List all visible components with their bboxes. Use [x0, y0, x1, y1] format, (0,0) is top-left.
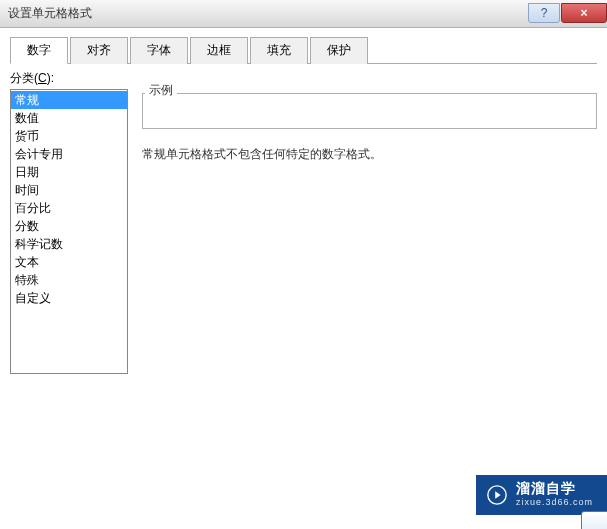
format-description: 常规单元格格式不包含任何特定的数字格式。 [142, 145, 597, 163]
tab-font[interactable]: 字体 [130, 37, 188, 64]
list-item[interactable]: 常规 [11, 91, 127, 109]
play-icon [486, 484, 508, 506]
list-item[interactable]: 文本 [11, 253, 127, 271]
list-item[interactable]: 自定义 [11, 289, 127, 307]
window-controls: ? × [527, 3, 607, 25]
tab-alignment[interactable]: 对齐 [70, 37, 128, 64]
tab-number[interactable]: 数字 [10, 37, 68, 64]
tab-border[interactable]: 边框 [190, 37, 248, 64]
watermark: 溜溜自学 zixue.3d66.com [476, 475, 607, 515]
list-item[interactable]: 会计专用 [11, 145, 127, 163]
help-button[interactable]: ? [528, 3, 560, 23]
list-item[interactable]: 分数 [11, 217, 127, 235]
watermark-text: 溜溜自学 zixue.3d66.com [516, 481, 593, 509]
dialog-content: 数字 对齐 字体 边框 填充 保护 分类(C): 常规 数值 货币 会计专用 日… [0, 28, 607, 382]
list-item[interactable]: 货币 [11, 127, 127, 145]
tab-bar: 数字 对齐 字体 边框 填充 保护 [10, 36, 597, 64]
watermark-main: 溜溜自学 [516, 481, 593, 495]
tab-protection[interactable]: 保护 [310, 37, 368, 64]
list-item[interactable]: 时间 [11, 181, 127, 199]
titlebar: 设置单元格格式 ? × [0, 0, 607, 28]
main-area: 常规 数值 货币 会计专用 日期 时间 百分比 分数 科学记数 文本 特殊 自定… [10, 89, 597, 374]
sample-label: 示例 [145, 82, 177, 99]
ok-button[interactable] [581, 511, 607, 529]
category-label-prefix: 分类( [10, 71, 38, 85]
tab-fill[interactable]: 填充 [250, 37, 308, 64]
list-item[interactable]: 日期 [11, 163, 127, 181]
right-panel: 示例 常规单元格格式不包含任何特定的数字格式。 [142, 89, 597, 374]
watermark-sub: zixue.3d66.com [516, 495, 593, 509]
list-item[interactable]: 数值 [11, 109, 127, 127]
category-label-key: C [38, 71, 47, 85]
close-button[interactable]: × [561, 3, 607, 23]
list-item[interactable]: 科学记数 [11, 235, 127, 253]
window-title: 设置单元格格式 [8, 5, 92, 22]
list-item[interactable]: 百分比 [11, 199, 127, 217]
category-listbox[interactable]: 常规 数值 货币 会计专用 日期 时间 百分比 分数 科学记数 文本 特殊 自定… [10, 89, 128, 374]
list-item[interactable]: 特殊 [11, 271, 127, 289]
category-label: 分类(C): [10, 70, 597, 87]
sample-box: 示例 [142, 93, 597, 129]
category-label-suffix: ): [47, 71, 54, 85]
